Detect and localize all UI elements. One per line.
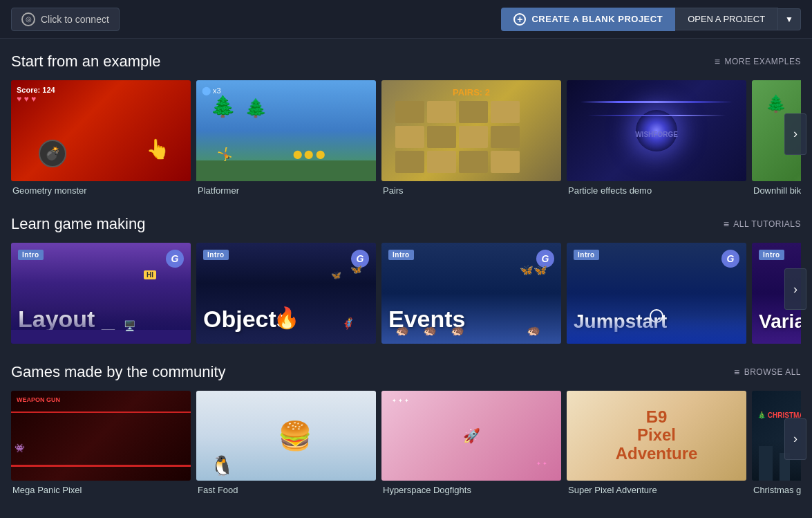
community-next-arrow[interactable]: ›	[784, 418, 806, 460]
water-effect	[567, 316, 746, 344]
intro-badge-variables: Intro	[759, 250, 784, 260]
create-blank-project-button[interactable]: + CREATE A BLANK PROJECT	[501, 8, 675, 31]
objects-fire: 🔥	[274, 306, 299, 330]
geometry-score: Score: 124 ♥ ♥ ♥	[17, 86, 55, 104]
tutorial-card-jumpstart[interactable]: Intro Jumpstart G	[567, 243, 746, 344]
browse-all-link[interactable]: ≡ BROWSE ALL	[734, 367, 801, 378]
more-examples-label: MORE EXAMPLES	[724, 57, 801, 66]
tutorial-title-variables: Variab	[759, 311, 801, 333]
community-label-fastfood: Fast Food	[196, 485, 376, 495]
burger-icon: 🍔	[278, 420, 312, 452]
objects-bird-2: 🦋	[331, 270, 341, 280]
example-label-geometry: Geometry monster	[11, 185, 191, 196]
tutorials-next-arrow[interactable]: ›	[784, 268, 806, 310]
layout-platform	[11, 330, 191, 344]
intro-badge-events: Intro	[388, 250, 414, 260]
platform-line	[11, 465, 191, 467]
platform-line-2	[11, 411, 191, 413]
create-label: CREATE A BLANK PROJECT	[531, 14, 663, 24]
wishforge-text: WISHFORGE	[635, 131, 678, 174]
all-tutorials-link[interactable]: ≡ ALL TUTORIALS	[724, 219, 801, 230]
main-content: Start from an example ≡ MORE EXAMPLES Sc…	[0, 39, 812, 518]
weapon-text: WEAPON GUN	[17, 396, 60, 403]
particle-trail	[580, 101, 733, 103]
examples-list: Score: 124 ♥ ♥ ♥ 💣 👆 Geometry monster	[11, 80, 801, 196]
header-actions: + CREATE A BLANK PROJECT OPEN A PROJECT …	[501, 8, 801, 31]
tutorial-card-layout[interactable]: Intro Layout _ G HI 🖥️	[11, 243, 191, 344]
events-creature-1: 🦔	[395, 324, 409, 337]
community-card-hyperspace[interactable]: 🚀 ✦ ✦ ✦ ✦ ✦ Hyperspace Dogfights	[381, 391, 561, 495]
community-label-pixel: Super Pixel Adventure	[567, 485, 746, 495]
community-title: Games made by the community	[11, 363, 226, 381]
community-label-megapanic: Mega Panic Pixel	[11, 485, 191, 495]
tutorials-carousel: Intro Layout _ G HI 🖥️ Intro	[11, 243, 801, 344]
example-label-downhill: Downhill bike	[752, 185, 801, 196]
community-label-hyperspace: Hyperspace Dogfights	[381, 485, 561, 495]
community-card-pixel[interactable]: Б9PixelAdventure Super Pixel Adventure	[567, 391, 746, 495]
tutorials-title: Learn game making	[11, 215, 145, 233]
community-label-christmas: Christmas g	[752, 485, 801, 495]
examples-next-arrow[interactable]: ›	[784, 113, 806, 155]
intro-badge-jumpstart: Intro	[574, 250, 599, 260]
tutorials-list: Intro Layout _ G HI 🖥️ Intro	[11, 243, 801, 344]
list-icon-3: ≡	[734, 367, 740, 378]
tutorial-card-objects[interactable]: Intro Objects G 🔥 🦸 🦋 🦋	[196, 243, 376, 344]
particle-trail-2	[587, 115, 726, 116]
create-plus-icon: +	[513, 13, 526, 26]
example-card-platformer[interactable]: ⬤ x3 🌲 🌲 ⬤ ⬤ ⬤ 🤸 Platformer	[196, 80, 376, 196]
community-card-megapanic[interactable]: WEAPON GUN 👾 Mega Panic Pixel	[11, 391, 191, 495]
example-card-geometry[interactable]: Score: 124 ♥ ♥ ♥ 💣 👆 Geometry monster	[11, 80, 191, 196]
click-arrow: 👆	[146, 138, 170, 160]
layout-char: 🖥️	[124, 320, 135, 331]
events-creature-2: 🦔	[423, 324, 437, 337]
community-section-header: Games made by the community ≡ BROWSE ALL	[11, 363, 801, 381]
list-icon: ≡	[715, 56, 721, 67]
list-icon-2: ≡	[724, 219, 730, 230]
example-card-particles[interactable]: WISHFORGE Particle effects demo	[567, 80, 746, 196]
tree2-icon: 🌲	[245, 98, 267, 119]
tree-icon: 🌲	[210, 94, 236, 118]
building-1	[759, 446, 773, 481]
events-creature-3: 🦔	[451, 324, 464, 337]
examples-title: Start from an example	[11, 53, 160, 71]
objects-bird: 🦋	[350, 263, 362, 275]
events-birds: 🦋🦋	[520, 263, 547, 277]
community-list: WEAPON GUN 👾 Mega Panic Pixel 🍔 🐧	[11, 391, 801, 495]
bomb-shape: 💣	[39, 140, 66, 167]
connect-label: Click to connect	[41, 14, 109, 25]
open-project-button[interactable]: OPEN A PROJECT	[675, 8, 778, 30]
tutorial-card-events[interactable]: Intro Events G 🦋🦋 🦔 🦔 🦔 🦔	[381, 243, 561, 344]
open-project-dropdown[interactable]: ▼	[778, 8, 801, 30]
community-carousel: WEAPON GUN 👾 Mega Panic Pixel 🍔 🐧	[11, 391, 801, 495]
connect-icon: ◎	[21, 12, 35, 26]
pixel-char: 👾	[15, 443, 25, 453]
example-label-pairs: Pairs	[381, 185, 561, 196]
tutorials-section-header: Learn game making ≡ ALL TUTORIALS	[11, 215, 801, 233]
pixel-adventure-text: Б9PixelAdventure	[616, 408, 698, 463]
community-card-fastfood[interactable]: 🍔 🐧 Fast Food	[196, 391, 376, 495]
gdevelop-logo-layout: G	[166, 250, 184, 268]
ground-shape	[196, 160, 376, 181]
header: ◎ Click to connect + CREATE A BLANK PROJ…	[0, 0, 812, 39]
layout-hi-bubble: HI	[144, 270, 156, 279]
examples-carousel: Score: 124 ♥ ♥ ♥ 💣 👆 Geometry monster	[11, 80, 801, 196]
events-creature-4: 🦔	[527, 324, 540, 337]
pairs-grid	[395, 101, 520, 173]
coin-icons: ⬤ ⬤ ⬤	[293, 149, 325, 159]
example-card-pairs[interactable]: PAIRS: 2	[381, 80, 561, 196]
more-examples-link[interactable]: ≡ MORE EXAMPLES	[715, 56, 801, 67]
stars-2: ✦ ✦	[536, 461, 547, 467]
browse-all-label: BROWSE ALL	[744, 367, 801, 377]
examples-section-header: Start from an example ≡ MORE EXAMPLES	[11, 53, 801, 71]
intro-badge-layout: Intro	[18, 250, 44, 260]
pairs-display: PAIRS: 2	[453, 87, 490, 98]
objects-char: 🦸	[341, 317, 355, 330]
example-label-particles: Particle effects demo	[567, 185, 746, 196]
intro-badge-objects: Intro	[203, 250, 229, 260]
connect-button[interactable]: ◎ Click to connect	[11, 8, 120, 31]
gdevelop-logo-jumpstart: G	[721, 250, 739, 268]
bird-char: 🐧	[210, 454, 234, 477]
example-label-platformer: Platformer	[196, 185, 376, 196]
stars: ✦ ✦ ✦	[392, 398, 409, 404]
open-label: OPEN A PROJECT	[688, 14, 765, 24]
